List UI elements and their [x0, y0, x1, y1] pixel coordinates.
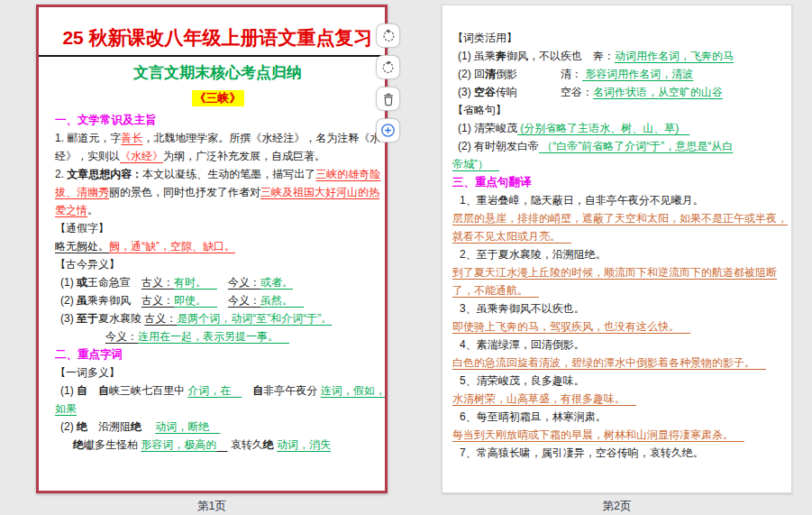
- text-line: 白色的急流回旋着清波，碧绿的潭水中倒影着各种景物的影子。: [452, 354, 786, 372]
- text-line: 【一词多义】: [55, 363, 380, 382]
- lesson-badge-row: 《三峡》: [55, 89, 380, 106]
- text-segment: 介词，在: [187, 384, 242, 397]
- text-segment: 或: [77, 276, 87, 289]
- text-segment: (1): [60, 276, 77, 289]
- text-segment: 阙，通“缺”，空隙、缺口。: [109, 240, 235, 253]
- section-heading: 一、文学常识及主旨: [55, 114, 157, 126]
- text-segment: 形容词，极高的: [141, 438, 216, 451]
- text-segment: 虽: [77, 294, 87, 307]
- text-segment: 水清树荣，山高草盛，有很多趣味。: [452, 392, 636, 405]
- text-segment: [242, 384, 252, 397]
- text-segment: 非亭午夜分: [263, 384, 320, 397]
- text-segment: 传响 空谷：: [496, 86, 593, 98]
- document-page-2[interactable]: 【词类活用】(1) 虽乘奔御风，不以疾也 奔：动词用作名词，飞奔的马(2) 回清…: [442, 5, 792, 493]
- text-segment: 绝: [131, 420, 141, 433]
- text-segment: [216, 438, 227, 451]
- text-segment: 绝: [263, 438, 274, 451]
- text-segment: 【词类活用】: [452, 32, 517, 44]
- text-line: 【省略句】: [452, 101, 786, 119]
- text-line: (3) 空谷传响 空谷：名词作状语，从空旷的山谷: [452, 83, 786, 101]
- lesson-badge: 《三峡》: [192, 90, 244, 106]
- text-segment: 奔: [496, 50, 506, 62]
- text-segment: 文章思想内容：: [67, 168, 142, 180]
- text-line: (1) 虽乘奔御风，不以疾也 奔：动词用作名词，飞奔的马: [452, 47, 786, 65]
- text-line: 就看不见太阳或月亮。: [452, 227, 786, 245]
- text-segment: 帝城”）: [452, 158, 499, 170]
- text-segment: 虽然。: [260, 294, 304, 307]
- text-segment: 【省略句】: [452, 104, 506, 116]
- text-line: 拔、清幽秀丽的景色，同时也抒发了作者对三峡及祖国大好河山的热: [55, 183, 380, 201]
- text-segment: 形容词用作名词，清波: [582, 68, 693, 80]
- text-segment: 今义：: [228, 294, 260, 307]
- text-line: 爱之情。: [55, 201, 380, 219]
- text-line: 每当到天刚放晴或下霜的早晨，树林和山涧显得凄寒肃杀。: [452, 426, 786, 444]
- text-line: 【词类活用】: [452, 29, 786, 47]
- text-segment: (1) 清荣峻茂: [458, 122, 517, 134]
- page2-label: 第2页: [442, 499, 792, 513]
- text-line: (1) 清荣峻茂 (分别省略了主语水、树、山、草): [452, 119, 786, 137]
- text-segment: 峡三峡七百里中: [109, 384, 187, 397]
- text-segment: 夏水襄陵: [98, 312, 144, 325]
- text-segment: 3、虽乘奔御风不以疾也。: [460, 302, 585, 315]
- text-segment: 7、常高猿长啸，属引凄异，空谷传响，哀转久绝。: [460, 446, 704, 459]
- text-segment: 沿溯阻: [87, 420, 131, 433]
- text-line: (2) 回清倒影 清： 形容词用作名词，清波: [452, 65, 786, 83]
- document-page-1[interactable]: 25 秋新课改八年级上册语文重点复习 文言文期末核心考点归纳 《三峡》 一、文学…: [36, 5, 388, 493]
- text-line: 水清树荣，山高草盛，有很多趣味。: [452, 390, 786, 408]
- text-segment: 名词作状语，从空旷的山谷: [593, 86, 723, 98]
- text-line: (2) 有时朝发白帝 （“白帝”前省略了介词“于”，意思是“从白: [452, 137, 786, 155]
- add-page-button[interactable]: [376, 118, 400, 143]
- text-segment: 5、清荣峻茂，良多趣味。: [460, 374, 585, 387]
- text-line: 略无阙处。阙，通“缺”，空隙、缺口。: [55, 237, 380, 255]
- text-segment: 每当到天刚放晴或下霜的早晨，树林和山涧显得凄寒肃杀。: [452, 428, 744, 441]
- text-segment: 4、素湍绿潭，回清倒影。: [460, 338, 585, 351]
- text-line: 1、重岩叠嶂，隐天蔽日，自非亭午夜分不见曦月。: [452, 191, 786, 209]
- text-segment: 空谷: [474, 86, 496, 98]
- text-segment: 自: [252, 384, 263, 397]
- text-segment: 王命急宣: [87, 276, 141, 289]
- text-line: (1) 或王命急宣 古义：有时。 今义：或者。: [55, 273, 380, 291]
- rotate-cw-icon: [380, 60, 397, 76]
- page-edit-toolbar: [376, 23, 400, 143]
- page1-text-body: 1. 郦道元，字善长，北魏地理学家。所撰《水经注》，名为注释《水经》，实则以《水…: [55, 129, 380, 454]
- text-line: 二、重点字词: [55, 345, 380, 363]
- rotate-counterclockwise-button[interactable]: [376, 23, 400, 48]
- text-line: 如果: [55, 400, 380, 418]
- text-line: 【古今异义】: [55, 255, 380, 273]
- text-segment: 白色的急流回旋着清波，碧绿的潭水中倒影着各种景物的影子。: [452, 356, 766, 369]
- delete-page-button[interactable]: [376, 87, 400, 111]
- text-segment: 层层的悬崖，排排的峭壁，遮蔽了天空和太阳，如果不是正午或半夜，: [452, 212, 788, 225]
- text-segment: 。: [87, 204, 98, 216]
- text-segment: （“白帝”前省略了介词“于”，意思是“从白: [539, 140, 733, 152]
- text-segment: [87, 384, 98, 397]
- text-segment: [141, 420, 155, 433]
- text-line: (3) 至于夏水襄陵 古义：是两个词，动词“至”和介词“于”。: [55, 309, 380, 327]
- text-segment: 有时。: [174, 276, 217, 289]
- text-segment: 古义：: [141, 276, 174, 289]
- text-segment: 古义：: [141, 294, 174, 307]
- rotate-ccw-icon: [380, 28, 397, 44]
- text-segment: (1) 虽乘: [458, 50, 496, 62]
- text-segment: 2、至于夏水襄陵，沿溯阻绝。: [460, 248, 607, 261]
- text-segment: 巘多生怪柏: [84, 438, 141, 451]
- text-line: 三、重点句翻译: [452, 173, 786, 191]
- trash-icon: [380, 91, 397, 107]
- text-segment: 即使骑上飞奔的马，驾驭疾风，也没有这么快。: [452, 320, 690, 333]
- text-line: 层层的悬崖，排排的峭壁，遮蔽了天空和太阳，如果不是正午或半夜，: [452, 209, 786, 227]
- text-segment: 【古今异义】: [55, 258, 120, 271]
- text-segment: 丽的景色，同时也抒发了作者对: [109, 186, 260, 198]
- text-segment: ，北魏地理学家。所撰《水经注》，名为注释《水: [142, 132, 380, 144]
- text-line: 到了夏天江水漫上丘陵的时候，顺流而下和逆流而下的航道都被阻断: [452, 263, 786, 281]
- plus-circle-icon: [379, 122, 397, 139]
- text-segment: 连词，假如，: [321, 384, 386, 397]
- text-segment: (2): [60, 294, 77, 307]
- text-line: 绝巘多生怪柏 形容词，极高的 哀转久绝 动词，消失: [55, 436, 380, 454]
- text-segment: 动词用作名词，飞奔的马: [615, 50, 734, 62]
- text-line: 经》，实则以《水经》为纲，广泛补充发展，自成巨著。: [55, 147, 380, 165]
- rotate-clockwise-button[interactable]: [376, 55, 400, 79]
- text-line: (1) 自 自峡三峡七百里中 介词，在 自非亭午夜分 连词，假如，: [55, 382, 380, 400]
- text-line: 4、素湍绿潭，回清倒影。: [452, 336, 786, 354]
- text-segment: 动词，断绝: [155, 420, 220, 433]
- page-subtitle: 文言文期末核心考点归纳: [55, 63, 380, 83]
- text-line: 3、虽乘奔御风不以疾也。: [452, 299, 786, 317]
